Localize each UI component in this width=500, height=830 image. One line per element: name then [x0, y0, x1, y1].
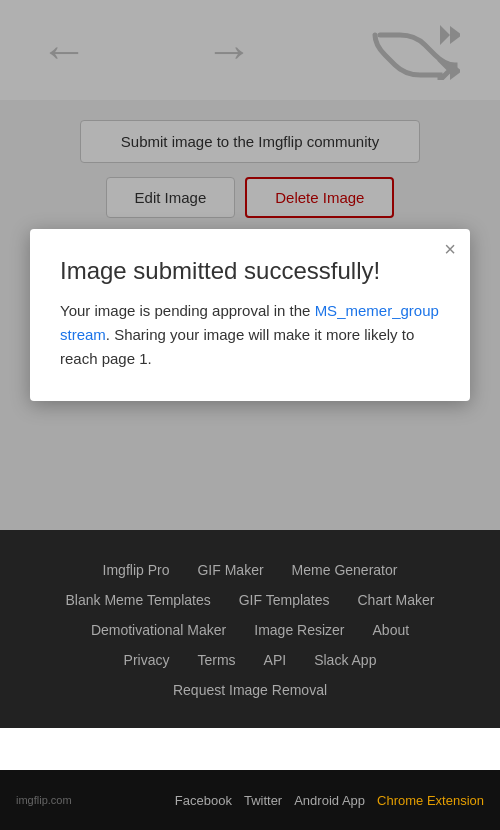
bottom-links: Facebook Twitter Android App Chrome Exte…: [175, 793, 484, 808]
footer-link-meme-generator[interactable]: Meme Generator: [278, 558, 412, 582]
bottom-link-chrome[interactable]: Chrome Extension: [377, 793, 484, 808]
shuffle-button[interactable]: [370, 20, 460, 80]
svg-marker-0: [450, 26, 460, 44]
footer-link-api[interactable]: API: [250, 648, 301, 672]
footer-link-request-removal[interactable]: Request Image Removal: [159, 678, 341, 702]
footer-link-terms[interactable]: Terms: [183, 648, 249, 672]
footer-row-4: Privacy Terms API Slack App: [20, 648, 480, 672]
footer-row-2: Blank Meme Templates GIF Templates Chart…: [20, 588, 480, 612]
footer-link-imgflip-pro[interactable]: Imgflip Pro: [89, 558, 184, 582]
modal-body-suffix: . Sharing your image will make it more l…: [60, 326, 414, 367]
footer-link-slack-app[interactable]: Slack App: [300, 648, 390, 672]
footer-link-gif-templates[interactable]: GIF Templates: [225, 588, 344, 612]
modal-body: Your image is pending approval in the MS…: [60, 299, 440, 371]
footer-link-blank-meme[interactable]: Blank Meme Templates: [51, 588, 224, 612]
bottom-bar: imgflip.com Facebook Twitter Android App…: [0, 770, 500, 830]
modal-close-button[interactable]: ×: [444, 239, 456, 259]
bottom-link-android[interactable]: Android App: [294, 793, 365, 808]
footer-row-3: Demotivational Maker Image Resizer About: [20, 618, 480, 642]
footer-link-demotivational[interactable]: Demotivational Maker: [77, 618, 240, 642]
main-content: Submit image to the Imgflip community Ed…: [0, 100, 500, 530]
modal-overlay: × Image submitted successfully! Your ima…: [0, 100, 500, 530]
footer: Imgflip Pro GIF Maker Meme Generator Bla…: [0, 530, 500, 728]
footer-link-about[interactable]: About: [359, 618, 424, 642]
modal-body-text: Your image is pending approval in the: [60, 302, 315, 319]
bottom-logo: imgflip.com: [16, 794, 72, 806]
footer-row-1: Imgflip Pro GIF Maker Meme Generator: [20, 558, 480, 582]
back-button[interactable]: ←: [40, 23, 88, 78]
bottom-link-facebook[interactable]: Facebook: [175, 793, 232, 808]
footer-row-5: Request Image Removal: [20, 678, 480, 702]
footer-link-chart-maker[interactable]: Chart Maker: [344, 588, 449, 612]
footer-link-image-resizer[interactable]: Image Resizer: [240, 618, 358, 642]
footer-link-privacy[interactable]: Privacy: [110, 648, 184, 672]
bottom-link-twitter[interactable]: Twitter: [244, 793, 282, 808]
top-nav: ← →: [0, 0, 500, 100]
modal-dialog: × Image submitted successfully! Your ima…: [30, 229, 470, 401]
footer-link-gif-maker[interactable]: GIF Maker: [183, 558, 277, 582]
forward-button[interactable]: →: [205, 23, 253, 78]
modal-title: Image submitted successfully!: [60, 257, 440, 285]
